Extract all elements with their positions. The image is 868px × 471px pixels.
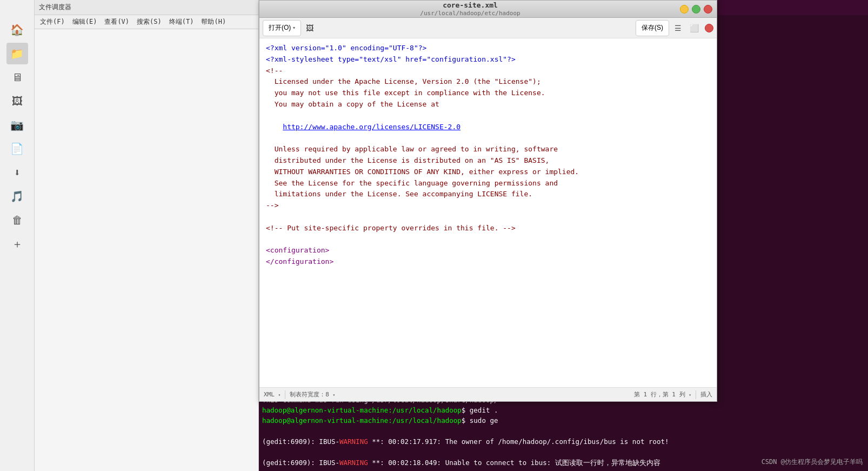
license-3: You may obtain a copy of the License at — [266, 100, 439, 108]
editor-close-button[interactable]: × — [705, 24, 713, 32]
pos-chevron-icon: ▾ — [689, 393, 691, 397]
sidebar-icon-desktop[interactable]: 🖥 — [6, 67, 28, 88]
license-7: See the License for the specific languag… — [266, 179, 558, 187]
save-button[interactable]: 保存(S) — [636, 20, 669, 36]
status-position[interactable]: 第 1 行，第 1 列 ▾ — [634, 390, 691, 399]
gedit-title: core-site.xml /usr/local/hadoop/etc/hado… — [264, 1, 677, 17]
gedit-filename: core-site.xml — [264, 1, 677, 10]
license-url[interactable]: http://www.apache.org/licenses/LICENSE-2… — [283, 123, 460, 131]
fm-menu-search[interactable]: 搜索(S) — [133, 16, 165, 28]
gedit-content: <?xml version="1.0" encoding="UTF-8"?> <… — [259, 38, 717, 387]
config-open-tag: <configuration> — [266, 246, 329, 254]
window-controls-icon[interactable]: ⬜ — [686, 21, 702, 36]
open-button[interactable]: 打开(O) ▾ — [263, 20, 301, 36]
sidebar-icon-folder[interactable]: 📁 — [6, 43, 28, 64]
sidebar-icon-add[interactable]: ＋ — [6, 233, 28, 255]
sidebar-icon-camera[interactable]: 📷 — [6, 114, 28, 136]
status-sep-2 — [696, 390, 696, 399]
comment-end: --> — [266, 201, 278, 209]
license-4: Unless required by applicable law or agr… — [266, 145, 558, 153]
gedit-statusbar: XML ▾ 制表符宽度：8 ▾ 第 1 行，第 1 列 ▾ 插入 — [259, 387, 717, 401]
gedit-toolbar: 打开(O) ▾ 🖼 保存(S) ☰ ⬜ × — [259, 18, 717, 38]
license-1: Licensed under the Apache License, Versi… — [266, 77, 541, 85]
gedit-path: /usr/local/hadoop/etc/hadoop — [264, 10, 677, 17]
cmd-3: $ gedit . — [462, 406, 498, 414]
sidebar-icon-photos[interactable]: 🖼 — [6, 90, 28, 112]
license-6: WITHOUT WARRANTIES OR CONDITIONS OF ANY … — [266, 168, 579, 176]
sidebar-icon-home[interactable]: 🏠 — [6, 19, 28, 41]
sidebar: 🏠 📁 🖥 🖼 📷 📄 ⬇ 🎵 🗑 ＋ — [0, 0, 35, 471]
xml-declaration: <?xml version="1.0" encoding="UTF-8"?> — [266, 44, 426, 52]
fm-menu: 文件(F) 编辑(E) 查看(V) 搜索(S) 终端(T) 帮助(H) — [35, 15, 258, 29]
license-5: distributed under the License is distrib… — [266, 156, 549, 164]
fm-menu-help[interactable]: 帮助(H) — [198, 16, 229, 28]
status-insert-mode[interactable]: 插入 — [700, 390, 712, 399]
gedit-warn-2: (gedit:6909): IBUS-WARNING **: 00:02:18.… — [262, 459, 660, 467]
config-close-tag: </configuration> — [266, 257, 333, 266]
fm-menu-view[interactable]: 查看(V) — [101, 16, 132, 28]
open-label: 打开(O) — [269, 23, 291, 32]
fm-title: 文件调度器 — [39, 3, 71, 12]
menu-icon[interactable]: ☰ — [670, 21, 685, 36]
fm-menu-terminal[interactable]: 终端(T) — [166, 16, 197, 28]
gedit-titlebar: core-site.xml /usr/local/hadoop/etc/hado… — [259, 1, 717, 18]
comment-start: <!-- — [266, 67, 283, 75]
prompt-4: hadoop@algernon-virtual-machine:/usr/loc… — [262, 416, 462, 424]
license-8: limitations under the License. See accom… — [266, 190, 532, 198]
property-comment: <!-- Put site-specific property override… — [266, 224, 516, 232]
image-icon[interactable]: 🖼 — [302, 21, 317, 36]
sidebar-icon-music[interactable]: 🎵 — [6, 185, 28, 207]
status-lang[interactable]: XML ▾ — [264, 391, 281, 398]
sidebar-icon-downloads[interactable]: ⬇ — [6, 162, 28, 183]
close-button[interactable]: × — [704, 5, 712, 14]
license-2: you may not use this file except in comp… — [266, 89, 545, 97]
tab-chevron-icon: ▾ — [333, 393, 336, 397]
status-right: 第 1 行，第 1 列 ▾ 插入 — [634, 390, 712, 399]
xml-stylesheet: <?xml-stylesheet type="text/xsl" href="c… — [266, 55, 516, 63]
lang-chevron-icon: ▾ — [278, 393, 281, 397]
sidebar-icon-trash[interactable]: 🗑 — [6, 209, 28, 231]
gedit-window: core-site.xml /usr/local/hadoop/etc/hado… — [259, 0, 717, 402]
minimize-button[interactable]: − — [680, 5, 689, 14]
gedit-editor[interactable]: <?xml version="1.0" encoding="UTF-8"?> <… — [259, 38, 717, 387]
cmd-4: $ sudo ge — [462, 416, 498, 424]
open-chevron-icon: ▾ — [293, 25, 295, 30]
save-label: 保存(S) — [642, 23, 663, 32]
sidebar-icon-documents[interactable]: 📄 — [6, 138, 28, 160]
maximize-button[interactable]: □ — [692, 5, 700, 14]
license-url-line: http://www.apache.org/licenses/LICENSE-2… — [266, 123, 460, 131]
gedit-warn-1: (gedit:6909): IBUS-WARNING **: 00:02:17.… — [262, 437, 669, 446]
fm-titlebar: 文件调度器 — [35, 0, 258, 15]
fm-menu-edit[interactable]: 编辑(E) — [69, 16, 101, 28]
watermark: CSDN @仿生程序员会梦见电子羊吗 — [762, 457, 863, 467]
status-tab-width[interactable]: 制表符宽度：8 ▾ — [290, 390, 335, 399]
status-sep-1 — [285, 390, 285, 399]
fm-menu-file[interactable]: 文件(F) — [37, 16, 68, 28]
file-manager: 文件调度器 文件(F) 编辑(E) 查看(V) 搜索(S) 终端(T) 帮助(H… — [35, 0, 259, 471]
prompt-3: hadoop@algernon-virtual-machine:/usr/loc… — [262, 406, 462, 414]
